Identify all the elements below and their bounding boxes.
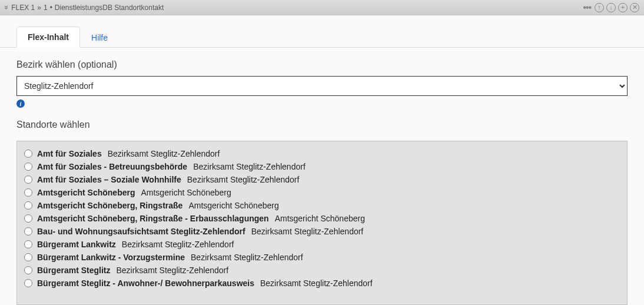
- titlebar-title: DienstleistungsDB Standortkontakt: [55, 4, 164, 12]
- list-item[interactable]: Bürgeramt Lankwitz - VorzugstermineBezir…: [24, 251, 620, 264]
- list-item[interactable]: Amtsgericht Schöneberg, RingstraßeAmtsge…: [24, 199, 620, 212]
- location-radio[interactable]: [24, 253, 32, 261]
- titlebar-left: » FLEX 1 » 1 • DienstleistungsDB Standor…: [5, 3, 164, 12]
- location-org: Bezirksamt Steglitz-Zehlendorf: [187, 175, 300, 184]
- location-radio[interactable]: [24, 150, 32, 158]
- location-name: Amtsgericht Schöneberg: [37, 188, 135, 197]
- district-select-wrap: Steglitz-Zehlendorf: [16, 76, 628, 96]
- location-name: Amt für Soziales: [37, 149, 102, 158]
- location-org: Bezirksamt Steglitz-Zehlendorf: [251, 227, 364, 236]
- list-item[interactable]: Bürgeramt SteglitzBezirksamt Steglitz-Ze…: [24, 264, 620, 277]
- list-item[interactable]: Bürgeramt LankwitzBezirksamt Steglitz-Ze…: [24, 238, 620, 251]
- arrow-up-icon[interactable]: ↑: [595, 3, 604, 12]
- location-org: Bezirksamt Steglitz-Zehlendorf: [260, 279, 373, 288]
- location-name: Amtsgericht Schöneberg, Ringstraße - Erb…: [37, 214, 269, 223]
- list-item[interactable]: Bau- und Wohnungsaufsichtsamt Steglitz-Z…: [24, 225, 620, 238]
- location-radio[interactable]: [24, 279, 32, 287]
- list-item[interactable]: Amt für Soziales - BetreuungsbehördeBezi…: [24, 160, 620, 173]
- location-name: Bau- und Wohnungsaufsichtsamt Steglitz-Z…: [37, 227, 245, 236]
- list-item[interactable]: Amtsgericht SchönebergAmtsgericht Schöne…: [24, 186, 620, 199]
- location-name: Amtsgericht Schöneberg, Ringstraße: [37, 201, 182, 210]
- location-org: Bezirksamt Steglitz-Zehlendorf: [191, 253, 303, 262]
- locations-list[interactable]: Amt für SozialesBezirksamt Steglitz-Zehl…: [16, 141, 628, 305]
- list-item[interactable]: Amt für SozialesBezirksamt Steglitz-Zehl…: [24, 147, 620, 160]
- window: » FLEX 1 » 1 • DienstleistungsDB Standor…: [0, 0, 644, 305]
- plus-icon[interactable]: +: [618, 3, 628, 12]
- chevron-double-down-icon[interactable]: »: [2, 5, 11, 9]
- district-label: Bezirk wählen (optional): [16, 59, 628, 70]
- location-radio[interactable]: [24, 201, 32, 210]
- list-item[interactable]: Amt für Soziales – Soziale WohnhilfeBezi…: [24, 173, 620, 186]
- titlebar-prefix: FLEX 1: [11, 4, 35, 12]
- close-icon[interactable]: ✕: [630, 3, 639, 12]
- info-icon[interactable]: i: [16, 100, 25, 108]
- arrow-down-icon[interactable]: ↓: [606, 3, 616, 12]
- location-org: Bezirksamt Steglitz-Zehlendorf: [122, 240, 234, 249]
- list-item[interactable]: Bürgeramt Steglitz - Anwohner-/ Bewohner…: [24, 277, 620, 290]
- location-radio[interactable]: [24, 240, 32, 248]
- location-radio[interactable]: [24, 163, 32, 171]
- tab-flex-inhalt[interactable]: Flex-Inhalt: [16, 26, 80, 48]
- location-org: Bezirksamt Steglitz-Zehlendorf: [193, 162, 306, 171]
- location-radio[interactable]: [24, 214, 32, 223]
- titlebar-index: 1: [44, 4, 48, 12]
- location-org: Amtsgericht Schöneberg: [141, 188, 231, 197]
- location-radio[interactable]: [24, 175, 32, 184]
- district-select[interactable]: Steglitz-Zehlendorf: [16, 76, 628, 96]
- location-radio[interactable]: [24, 188, 32, 197]
- tab-hilfe[interactable]: Hilfe: [80, 27, 119, 48]
- location-org: Bezirksamt Steglitz-Zehlendorf: [116, 266, 228, 275]
- location-name: Bürgeramt Steglitz: [37, 266, 110, 275]
- locations-label: Standorte wählen: [16, 120, 628, 130]
- titlebar: » FLEX 1 » 1 • DienstleistungsDB Standor…: [0, 0, 644, 15]
- more-icon[interactable]: •••: [583, 2, 591, 13]
- location-org: Amtsgericht Schöneberg: [188, 201, 278, 210]
- location-org: Amtsgericht Schöneberg: [275, 214, 365, 223]
- titlebar-sep: »: [37, 4, 41, 12]
- location-name: Bürgeramt Lankwitz - Vorzugstermine: [37, 253, 185, 262]
- titlebar-actions: ••• ↑ ↓ + ✕: [583, 2, 639, 13]
- titlebar-bullet: •: [50, 4, 52, 12]
- location-radio[interactable]: [24, 227, 32, 236]
- location-name: Bürgeramt Lankwitz: [37, 240, 116, 249]
- location-radio[interactable]: [24, 266, 32, 274]
- location-org: Bezirksamt Steglitz-Zehlendorf: [108, 149, 220, 158]
- location-name: Bürgeramt Steglitz - Anwohner-/ Bewohner…: [37, 279, 254, 288]
- list-item[interactable]: Amtsgericht Schöneberg, Ringstraße - Erb…: [24, 212, 620, 225]
- content: Flex-Inhalt Hilfe Bezirk wählen (optiona…: [0, 15, 644, 305]
- panel: Bezirk wählen (optional) Steglitz-Zehlen…: [0, 48, 644, 305]
- tab-row: Flex-Inhalt Hilfe: [0, 15, 644, 48]
- location-name: Amt für Soziales – Soziale Wohnhilfe: [37, 175, 181, 184]
- location-name: Amt für Soziales - Betreuungsbehörde: [37, 162, 187, 171]
